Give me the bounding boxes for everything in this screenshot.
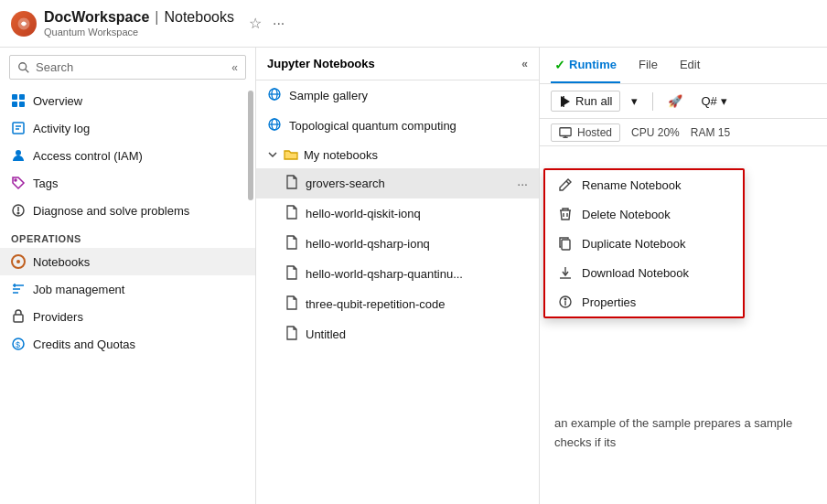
diagnose-icon bbox=[11, 203, 26, 218]
menu-item-duplicate[interactable]: Duplicate Notebook bbox=[545, 229, 743, 258]
lang-dropdown-icon: ▾ bbox=[721, 94, 727, 108]
list-item[interactable]: hello-world-qiskit-ionq bbox=[256, 198, 539, 229]
svg-point-15 bbox=[16, 260, 20, 263]
file-icon bbox=[285, 295, 298, 313]
list-item-label: three-qubit-repetition-code bbox=[306, 297, 528, 311]
list-item-label: grovers-search bbox=[306, 177, 510, 190]
check-circle-icon: ✓ bbox=[554, 58, 565, 72]
sidebar-collapse-button[interactable]: « bbox=[231, 61, 238, 74]
svg-point-10 bbox=[15, 179, 16, 181]
list-item[interactable]: Topological quantum computing bbox=[256, 111, 539, 141]
job-management-icon bbox=[11, 282, 26, 296]
sidebar-item-job-management[interactable]: Job management bbox=[0, 275, 255, 303]
list-item[interactable]: Sample gallery bbox=[256, 80, 539, 111]
file-icon bbox=[285, 265, 298, 283]
svg-rect-20 bbox=[14, 315, 23, 322]
cpu-status: CPU 20% bbox=[631, 126, 680, 139]
chevron-down-icon bbox=[267, 149, 278, 160]
panel-collapse-button[interactable]: « bbox=[521, 58, 528, 70]
folder-row[interactable]: My notebooks ··· bbox=[256, 141, 539, 168]
sidebar-item-providers[interactable]: Providers bbox=[0, 303, 255, 330]
sidebar-item-label-credits-quotas: Credits and Quotas bbox=[33, 338, 135, 351]
svg-rect-31 bbox=[560, 127, 571, 135]
menu-item-properties[interactable]: Properties bbox=[545, 287, 743, 316]
footer-text: an example of the sample prepares a samp… bbox=[554, 416, 792, 449]
sidebar-item-notebooks[interactable]: Notebooks bbox=[0, 248, 255, 275]
dropdown-arrow-icon: ▾ bbox=[631, 94, 638, 108]
more-options-icon[interactable]: ··· bbox=[273, 16, 285, 32]
favorite-icon[interactable]: ☆ bbox=[249, 15, 262, 32]
list-item-label: hello-world-qsharp-quantinu... bbox=[306, 267, 528, 281]
svg-rect-5 bbox=[19, 102, 25, 107]
tab-edit-label: Edit bbox=[680, 58, 700, 71]
file-icon bbox=[285, 326, 298, 343]
list-item[interactable]: hello-world-qsharp-quantinu... bbox=[256, 259, 539, 289]
tab-runtime[interactable]: ✓ Runtime bbox=[551, 48, 620, 83]
hosted-status[interactable]: Hosted bbox=[551, 123, 620, 142]
toolbar-divider bbox=[652, 92, 653, 111]
hosted-label: Hosted bbox=[577, 126, 612, 139]
rename-icon bbox=[558, 177, 573, 192]
svg-marker-29 bbox=[561, 96, 570, 107]
context-menu: Rename Notebook Delete Notebook Duplicat… bbox=[543, 168, 745, 318]
search-box[interactable]: Search « bbox=[9, 55, 246, 80]
sidebar-item-label-overview: Overview bbox=[33, 94, 82, 108]
sidebar-item-label-diagnose: Diagnose and solve problems bbox=[33, 204, 189, 218]
svg-rect-2 bbox=[12, 94, 17, 100]
globe-icon bbox=[267, 87, 282, 104]
menu-item-duplicate-label: Duplicate Notebook bbox=[582, 237, 685, 251]
right-panel: ✓ Runtime File Edit Run all ▾ 🚀 bbox=[540, 48, 827, 504]
main-layout: Search « Overview Activity log bbox=[0, 48, 827, 504]
menu-item-download[interactable]: Download Notebook bbox=[545, 258, 743, 287]
list-item[interactable]: three-qubit-repetition-code bbox=[256, 289, 539, 319]
list-item-label: Sample gallery bbox=[289, 89, 528, 102]
list-item[interactable]: hello-world-qsharp-ionq bbox=[256, 229, 539, 259]
folder-label: My notebooks bbox=[304, 148, 378, 162]
svg-rect-4 bbox=[12, 102, 17, 107]
tab-bar: ✓ Runtime File Edit bbox=[540, 48, 827, 84]
sidebar-item-tags[interactable]: Tags bbox=[0, 169, 255, 197]
notebooks-panel: Jupyter Notebooks « Sample gallery Topol… bbox=[256, 48, 540, 504]
run-all-button[interactable]: Run all bbox=[551, 91, 620, 112]
language-label: Q# bbox=[701, 94, 716, 108]
menu-item-delete[interactable]: Delete Notebook bbox=[545, 199, 743, 229]
sidebar-item-activity-log[interactable]: Activity log bbox=[0, 114, 255, 142]
sidebar-item-diagnose[interactable]: Diagnose and solve problems bbox=[0, 197, 255, 224]
workspace-name: Quantum Workspace bbox=[44, 27, 234, 38]
tab-file[interactable]: File bbox=[635, 48, 661, 83]
menu-item-rename-label: Rename Notebook bbox=[582, 178, 681, 192]
sidebar-item-credits-quotas[interactable]: $ Credits and Quotas bbox=[0, 330, 255, 358]
list-item[interactable]: grovers-search ··· bbox=[256, 168, 539, 198]
svg-point-13 bbox=[17, 212, 19, 214]
rocket-button[interactable]: 🚀 bbox=[661, 91, 690, 112]
status-bar: Hosted CPU 20% RAM 15 bbox=[540, 119, 827, 146]
operations-section-label: Operations bbox=[0, 224, 255, 248]
overview-icon bbox=[11, 93, 26, 108]
sidebar-item-overview[interactable]: Overview bbox=[0, 87, 255, 114]
access-control-icon bbox=[11, 148, 26, 163]
app-name: DocWorkspace bbox=[44, 9, 149, 26]
menu-item-rename[interactable]: Rename Notebook bbox=[545, 170, 743, 199]
svg-rect-3 bbox=[19, 94, 25, 100]
file-icon bbox=[285, 235, 298, 252]
sidebar-item-label-activity-log: Activity log bbox=[33, 122, 90, 135]
info-icon bbox=[558, 295, 573, 309]
app-logo bbox=[11, 11, 37, 37]
language-button[interactable]: Q# ▾ bbox=[693, 91, 734, 112]
title-divider: | bbox=[155, 9, 158, 26]
notebook-list: Sample gallery Topological quantum compu… bbox=[256, 80, 539, 504]
sidebar-item-label-notebooks: Notebooks bbox=[33, 255, 90, 269]
list-item[interactable]: Untitled bbox=[256, 319, 539, 349]
folder-icon bbox=[284, 147, 298, 162]
sidebar-item-access-control[interactable]: Access control (IAM) bbox=[0, 142, 255, 169]
list-item-label: hello-world-qiskit-ionq bbox=[306, 207, 528, 220]
tab-edit[interactable]: Edit bbox=[676, 48, 703, 83]
file-more-icon[interactable]: ··· bbox=[517, 177, 528, 191]
run-dropdown-button[interactable]: ▾ bbox=[624, 91, 645, 112]
activity-log-icon bbox=[11, 121, 26, 135]
sidebar-item-label-job-management: Job management bbox=[33, 283, 124, 296]
svg-text:$: $ bbox=[16, 340, 20, 349]
svg-point-9 bbox=[16, 150, 21, 155]
toolbar: Run all ▾ 🚀 Q# ▾ bbox=[540, 84, 827, 119]
sidebar-item-label-providers: Providers bbox=[33, 310, 83, 324]
